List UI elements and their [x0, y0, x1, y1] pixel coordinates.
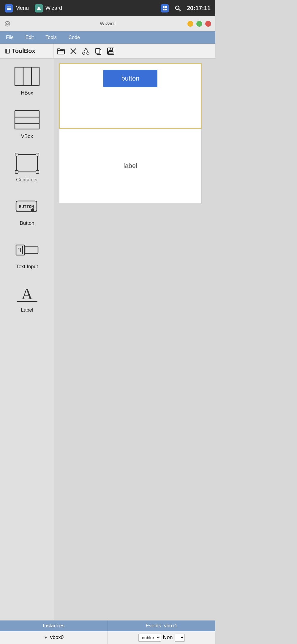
save-button[interactable] [106, 46, 116, 56]
container-label: Container [16, 177, 38, 183]
canvas-area: button label [54, 59, 215, 620]
svg-point-11 [7, 23, 8, 25]
svg-point-16 [83, 52, 85, 54]
button-label: Button [20, 220, 34, 226]
main-area: HBox VBox [0, 59, 215, 620]
event-type-select[interactable]: onblur [138, 634, 161, 642]
events-content: onblur Non [108, 631, 215, 644]
hbox-icon [12, 65, 42, 88]
svg-rect-25 [110, 48, 111, 50]
menu-edit[interactable]: Edit [23, 34, 37, 41]
bottom-panel: Instances Events: vbox1 ▼ vbox0 onblur N… [0, 620, 215, 644]
instances-content: ▼ vbox0 [0, 631, 108, 644]
title-icon [4, 21, 11, 27]
menu-bar: File Edit Tools Code [0, 31, 215, 44]
svg-rect-7 [165, 9, 167, 10]
svg-line-19 [86, 48, 88, 52]
menu-code[interactable]: Code [66, 34, 83, 41]
canvas-button[interactable]: button [103, 70, 157, 87]
toolbox-title: ToolBox [12, 48, 35, 54]
svg-point-10 [5, 21, 10, 26]
toolbox-collapse-icon[interactable] [5, 48, 10, 54]
svg-rect-33 [15, 153, 18, 156]
svg-rect-0 [7, 7, 11, 7]
close-button[interactable] [205, 21, 211, 27]
bottom-content: ▼ vbox0 onblur Non [0, 631, 215, 644]
svg-rect-21 [96, 48, 100, 53]
svg-rect-12 [5, 49, 10, 53]
lower-canvas: label [59, 129, 202, 203]
toolbar: ToolBox [0, 44, 215, 59]
svg-line-18 [84, 48, 86, 52]
status-bar: Menu Wizard 20:17:11 [0, 0, 215, 16]
status-app-icon [161, 4, 169, 12]
text-input-icon: T [12, 238, 42, 262]
svg-rect-24 [108, 51, 113, 54]
menu-file[interactable]: File [3, 34, 17, 41]
title-bar-title: Wizard [100, 21, 116, 27]
toolbar-buttons [56, 46, 116, 56]
vbox-label: VBox [21, 133, 33, 139]
svg-rect-26 [15, 67, 39, 86]
svg-rect-2 [7, 9, 11, 10]
svg-marker-3 [37, 6, 41, 10]
menu-label: Menu [15, 5, 29, 11]
svg-rect-43 [25, 247, 38, 253]
menu-icon [5, 4, 13, 12]
status-bar-left: Menu Wizard [5, 4, 62, 12]
text-input-label: Text Input [16, 264, 38, 270]
tool-button[interactable]: BUTTON Button [0, 192, 54, 229]
canvas-label: label [124, 162, 137, 170]
label-icon: A [12, 282, 42, 305]
svg-rect-1 [7, 8, 11, 9]
events-header: Events: vbox1 [108, 621, 215, 631]
open-button[interactable] [56, 46, 66, 56]
svg-point-17 [87, 52, 89, 54]
instance-value: vbox0 [50, 634, 64, 640]
svg-rect-36 [36, 170, 39, 173]
svg-rect-32 [17, 155, 37, 172]
svg-text:T: T [18, 246, 23, 254]
wizard-label: Wizard [45, 5, 62, 11]
svg-rect-5 [165, 6, 167, 8]
non-value: Non [163, 634, 173, 641]
svg-rect-29 [15, 111, 39, 129]
sidebar: HBox VBox [0, 59, 54, 620]
title-bar: Wizard [0, 16, 215, 31]
svg-text:BUTTON: BUTTON [19, 204, 34, 209]
tool-hbox[interactable]: HBox [0, 62, 54, 99]
cut-button[interactable] [81, 46, 91, 56]
search-icon[interactable] [174, 4, 182, 12]
button-icon: BUTTON [12, 195, 42, 219]
bottom-headers: Instances Events: vbox1 [0, 621, 215, 631]
tool-vbox[interactable]: VBox [0, 105, 54, 142]
delete-button[interactable] [68, 46, 78, 56]
minimize-button[interactable] [187, 21, 193, 27]
svg-rect-35 [15, 170, 18, 173]
vbox-icon [12, 108, 42, 132]
hbox-label: HBox [21, 90, 33, 96]
vbox-selected[interactable]: button [59, 63, 202, 129]
copy-button[interactable] [93, 46, 103, 56]
dropdown-arrow-instances: ▼ [44, 635, 48, 640]
maximize-button[interactable] [196, 21, 202, 27]
window-controls [187, 21, 211, 27]
svg-rect-6 [163, 9, 165, 10]
toolbox-header: ToolBox [3, 44, 53, 58]
tool-label[interactable]: A Label [0, 279, 54, 316]
status-bar-right: 20:17:11 [161, 4, 211, 12]
svg-point-8 [176, 6, 179, 10]
tool-container[interactable]: Container [0, 148, 54, 186]
wizard-item-status[interactable]: Wizard [35, 4, 62, 12]
menu-tools[interactable]: Tools [42, 34, 59, 41]
menu-item-status[interactable]: Menu [5, 4, 29, 12]
svg-rect-34 [36, 153, 39, 156]
tool-text-input[interactable]: T Text Input [0, 235, 54, 273]
clock: 20:17:11 [187, 5, 211, 12]
instances-header: Instances [0, 621, 108, 631]
svg-line-9 [178, 9, 181, 11]
non-select[interactable] [175, 634, 185, 642]
wizard-icon [35, 4, 43, 12]
svg-text:A: A [21, 285, 33, 302]
label-label: Label [21, 307, 33, 313]
